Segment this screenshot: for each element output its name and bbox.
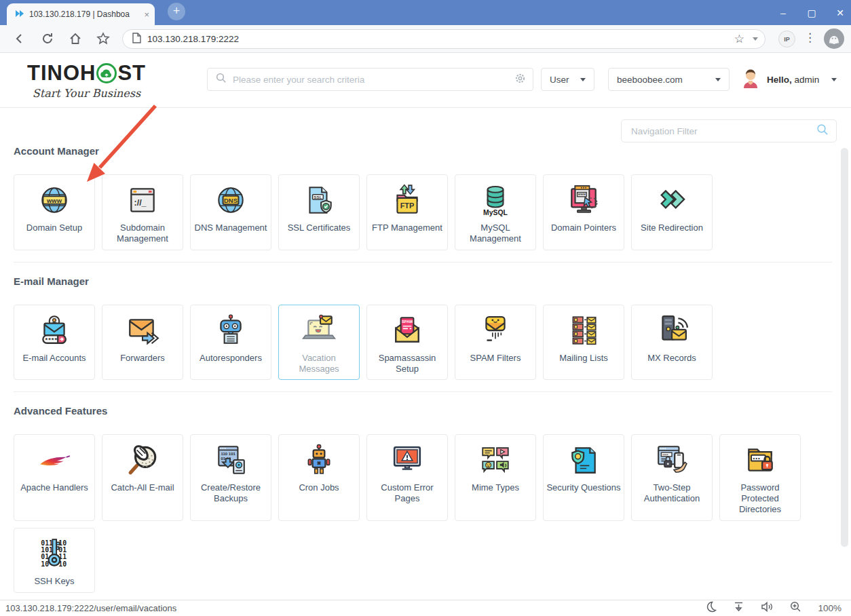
address-bar[interactable]: 103.130.218.179:2222 ☆	[122, 29, 765, 49]
tile-label: Mime Types	[472, 482, 519, 493]
tile-autoresponders[interactable]: Autoresponders	[190, 305, 271, 381]
site-header: TINOH ST Start Your Business User beeboo…	[0, 53, 851, 108]
scrollbar-thumb[interactable]	[841, 148, 848, 547]
profile-avatar[interactable]	[824, 28, 844, 49]
refresh-icon[interactable]	[39, 31, 56, 47]
tile-spamassassin-setup[interactable]: SPAMSpamassassin Setup	[366, 305, 448, 381]
domain-selector-dropdown[interactable]: beeboobee.com	[608, 68, 730, 91]
tile-spam-filters[interactable]: SPAM Filters	[455, 305, 536, 381]
account-menu[interactable]: Hello, admin	[741, 68, 837, 91]
tab-title: 103.130.218.179 | Dashboa	[29, 9, 141, 19]
chevron-down-icon	[715, 78, 721, 81]
tile-apache-handlers[interactable]: Apache Handlers	[14, 434, 95, 521]
tile-dns-management[interactable]: DNSDNS Management	[190, 174, 271, 250]
logo-text-2: ST	[117, 61, 146, 85]
tiles-row: Apache HandlersCatch-All E-mail110 10101…	[14, 434, 814, 592]
tile-create-restore-backups[interactable]: 110 10101 01Create/Restore Backups	[190, 434, 271, 521]
security-questions-icon	[566, 442, 601, 478]
url-text[interactable]: 103.130.218.179:2222	[147, 34, 734, 44]
download-icon[interactable]	[733, 601, 744, 615]
tile-security-questions[interactable]: Security Questions	[543, 434, 624, 521]
custom-error-pages-icon	[390, 442, 425, 478]
mime-types-icon	[478, 442, 513, 478]
tab-close-icon[interactable]: ×	[144, 9, 149, 20]
tile-mime-types[interactable]: Mime Types	[455, 434, 536, 521]
tile-label: Catch-All E-mail	[111, 482, 174, 493]
tinohost-logo[interactable]: TINOH ST Start Your Business	[14, 61, 159, 100]
section-title: Advanced Features	[14, 392, 837, 417]
tile-mysql-management[interactable]: MySQLMySQL Management	[455, 174, 536, 250]
svg-text:MySQL: MySQL	[483, 209, 508, 216]
search-settings-gear-icon[interactable]	[514, 73, 526, 87]
browser-window: 103.130.218.179 | Dashboa × + – ▢ ✕ 103.…	[0, 0, 851, 616]
bookmarks-star-icon[interactable]	[95, 31, 111, 47]
dns-management-icon: DNS	[213, 182, 248, 218]
chevron-down-icon	[580, 78, 586, 81]
search-input[interactable]	[233, 75, 514, 85]
ip-extension-icon[interactable]: IP	[778, 31, 795, 47]
tile-label: Mailing Lists	[559, 353, 608, 364]
close-icon[interactable]: ✕	[835, 7, 846, 18]
tiles-row: wwwDomain Setup://_Subdomain ManagementD…	[14, 174, 814, 250]
status-link-url: 103.130.218.179:2222/user/email/vacation…	[5, 603, 705, 613]
tile-ssh-keys[interactable]: 011101010101111010SSH Keys	[14, 528, 95, 593]
logo-tagline: Start Your Business	[14, 87, 159, 100]
tile-label: Domain Setup	[26, 223, 82, 233]
tile-mx-records[interactable]: MX Records	[631, 305, 713, 381]
night-mode-moon-icon[interactable]	[705, 601, 717, 615]
tile-domain-setup[interactable]: wwwDomain Setup	[14, 174, 95, 250]
tile-vacation-messages[interactable]: Vacation Messages	[278, 305, 360, 381]
browser-menu-icon[interactable]: ⋮	[804, 31, 816, 45]
tile-label: Vacation Messages	[282, 353, 356, 374]
browser-toolbar: 103.130.218.179:2222 ☆ IP ⋮	[0, 25, 851, 53]
search-icon	[216, 73, 227, 86]
apache-handlers-icon	[37, 442, 72, 478]
tile-label: MySQL Management	[458, 223, 533, 244]
tile-two-step-authentication[interactable]: ••••Two-Step Authentication	[631, 434, 713, 521]
zoom-level[interactable]: 100%	[818, 603, 841, 613]
tile-mailing-lists[interactable]: Mailing Lists	[543, 305, 624, 381]
bookmark-star-icon[interactable]: ☆	[734, 32, 744, 46]
maximize-icon[interactable]: ▢	[806, 7, 817, 18]
tile-cron-jobs[interactable]: Cron Jobs	[278, 434, 360, 521]
tile-password-protected-directories[interactable]: •••Password Protected Directories	[719, 434, 801, 521]
tile-label: Autoresponders	[200, 353, 262, 364]
tile-ssl-certificates[interactable]: SSLSSL Certificates	[278, 174, 360, 250]
speaker-icon[interactable]	[761, 601, 774, 615]
home-icon[interactable]	[67, 31, 83, 47]
header-search	[207, 68, 533, 91]
tile-e-mail-accounts[interactable]: ****E-mail Accounts	[14, 305, 95, 381]
tile-subdomain-management[interactable]: ://_Subdomain Management	[102, 174, 183, 250]
tile-forwarders[interactable]: Forwarders	[102, 305, 183, 381]
svg-text:110 101: 110 101	[221, 453, 235, 457]
ftp-management-icon: FTP	[390, 182, 425, 218]
tile-label: Cron Jobs	[299, 482, 339, 493]
svg-text:DNS: DNS	[224, 197, 238, 204]
tile-label: Two-Step Authentication	[635, 482, 709, 504]
bookmark-caret-icon[interactable]	[753, 37, 758, 41]
vacation-messages-icon	[301, 313, 337, 348]
tile-custom-error-pages[interactable]: Custom Error Pages	[366, 434, 448, 521]
back-icon[interactable]	[12, 31, 28, 47]
forwarders-icon	[125, 313, 160, 348]
greeting-text: Hello, admin	[767, 75, 819, 85]
svg-text:01: 01	[58, 546, 67, 554]
tile-site-redirection[interactable]: Site Redirection	[631, 174, 713, 250]
tile-catch-all-e-mail[interactable]: Catch-All E-mail	[102, 434, 183, 521]
site-redirection-icon	[654, 182, 689, 218]
navigation-filter-input[interactable]	[631, 126, 816, 136]
tile-domain-pointers[interactable]: wwwDomain Pointers	[543, 174, 624, 250]
tile-ftp-management[interactable]: FTPFTP Management	[366, 174, 448, 250]
minimize-icon[interactable]: –	[778, 7, 789, 18]
cron-jobs-icon	[301, 442, 337, 478]
logo-text-1: TINOH	[27, 61, 96, 85]
zoom-in-icon[interactable]	[790, 601, 801, 615]
user-level-dropdown[interactable]: User	[541, 68, 594, 91]
tile-label: Subdomain Management	[105, 223, 180, 244]
browser-tab[interactable]: 103.130.218.179 | Dashboa ×	[7, 3, 155, 25]
tile-label: SSL Certificates	[288, 223, 351, 233]
tile-label: FTP Management	[372, 223, 442, 233]
svg-text:101: 101	[41, 546, 53, 554]
new-tab-button[interactable]: +	[168, 3, 185, 20]
svg-text:****: ****	[45, 336, 58, 343]
